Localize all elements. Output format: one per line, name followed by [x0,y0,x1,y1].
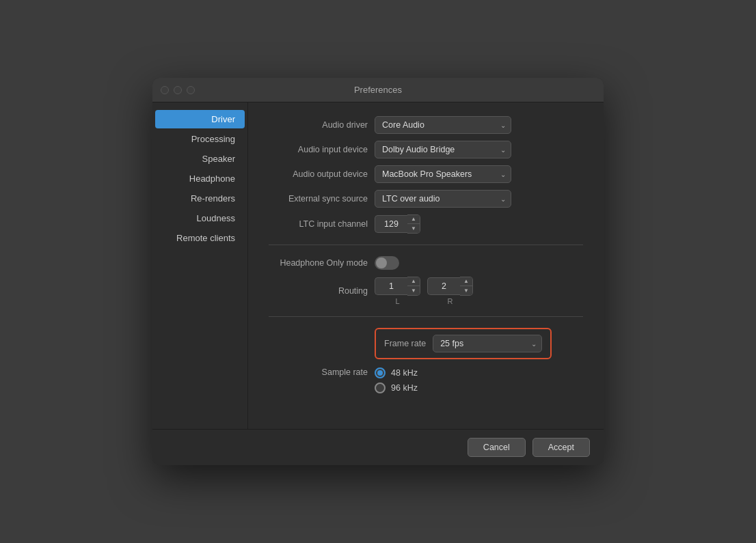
accept-button[interactable]: Accept [532,438,590,457]
routing-l-increment[interactable]: ▲ [407,277,420,286]
external-sync-row: External sync source LTC over audio ⌄ [269,190,583,208]
sidebar-item-remote-clients[interactable]: Remote clients [155,229,245,247]
routing-channel-r: ▲ ▼ R [427,277,473,305]
audio-output-label: Audio output device [269,169,368,179]
routing-channel-l: ▲ ▼ L [375,277,420,305]
sample-rate-48-label: 48 kHz [391,368,418,378]
audio-output-select[interactable]: MacBook Pro Speakers [375,165,511,183]
frame-rate-select[interactable]: 25 fps [433,335,542,352]
sidebar-item-processing[interactable]: Processing [155,130,245,148]
ltc-increment-button[interactable]: ▲ [407,215,420,224]
maximize-button[interactable] [187,86,195,94]
routing-r-buttons: ▲ ▼ [460,277,473,296]
sample-rate-96-radio[interactable] [375,382,386,393]
main-content: Audio driver Core Audio ⌄ Audio input de… [248,102,604,429]
sidebar: Driver Processing Speaker Headphone Re-r… [152,102,248,429]
traffic-lights [161,86,195,94]
rate-section: Frame rate 25 fps ⌄ Sample rate [269,328,583,404]
titlebar: Preferences [152,78,604,102]
audio-input-select-wrap: Dolby Audio Bridge ⌄ [375,141,511,158]
sidebar-item-headphone[interactable]: Headphone [155,169,245,188]
sample-rate-96-row: 96 kHz [375,382,583,393]
routing-control: ▲ ▼ L ▲ [375,277,583,305]
routing-l-label: L [395,297,399,305]
audio-input-row: Audio input device Dolby Audio Bridge ⌄ [269,141,583,158]
routing-group: ▲ ▼ L ▲ [375,277,583,305]
sidebar-item-loudness[interactable]: Loudness [155,209,245,227]
audio-driver-label: Audio driver [269,120,368,130]
audio-driver-select-wrap: Core Audio ⌄ [375,116,511,134]
sample-rate-48-row: 48 kHz [375,367,583,378]
headphone-only-row: Headphone Only mode [269,256,583,270]
radio-selected-dot [377,370,383,376]
sidebar-item-driver[interactable]: Driver [155,110,245,128]
routing-r-label: R [448,297,453,305]
ltc-channel-label: LTC input channel [269,219,368,229]
routing-l-input[interactable] [375,277,407,295]
external-sync-select[interactable]: LTC over audio [375,190,511,208]
frame-rate-highlight-box: Frame rate 25 fps ⌄ [375,328,552,359]
cancel-button[interactable]: Cancel [468,438,526,457]
minimize-button[interactable] [174,86,182,94]
audio-driver-control: Core Audio ⌄ [375,116,583,134]
sample-rate-control: 48 kHz 96 kHz [375,367,583,393]
sidebar-item-re-renders[interactable]: Re-renders [155,189,245,208]
sample-rate-row: Sample rate 48 kHz 96 kHz [269,367,583,393]
headphone-only-control [375,256,583,270]
ltc-channel-input[interactable] [375,215,407,233]
ltc-channel-control: ▲ ▼ [375,214,583,234]
headphone-only-label: Headphone Only mode [269,258,368,268]
close-button[interactable] [161,86,169,94]
audio-driver-row: Audio driver Core Audio ⌄ [269,116,583,134]
sample-rate-48-radio[interactable] [375,367,386,378]
audio-output-select-wrap: MacBook Pro Speakers ⌄ [375,165,511,183]
content-area: Driver Processing Speaker Headphone Re-r… [152,102,604,429]
audio-output-row: Audio output device MacBook Pro Speakers… [269,165,583,183]
ltc-spinner: ▲ ▼ [375,214,583,234]
routing-r-decrement[interactable]: ▼ [460,286,472,295]
headphone-routing-section: Headphone Only mode Routing [269,256,583,317]
audio-settings-section: Audio driver Core Audio ⌄ Audio input de… [269,116,583,245]
frame-rate-row: Frame rate 25 fps ⌄ [269,328,583,359]
footer: Cancel Accept [152,429,604,465]
external-sync-label: External sync source [269,194,368,204]
toggle-knob [376,257,387,268]
sample-rate-label: Sample rate [269,367,368,377]
routing-l-decrement[interactable]: ▼ [407,286,420,295]
frame-rate-select-wrap: 25 fps ⌄ [433,335,542,352]
frame-rate-label: Frame rate [384,339,426,348]
sample-rate-radio-group: 48 kHz 96 kHz [375,367,583,393]
audio-output-control: MacBook Pro Speakers ⌄ [375,165,583,183]
window-title: Preferences [354,85,402,95]
routing-label: Routing [269,286,368,296]
routing-r-increment[interactable]: ▲ [460,277,472,286]
routing-r-spinner: ▲ ▼ [427,277,473,296]
external-sync-select-wrap: LTC over audio ⌄ [375,190,511,208]
ltc-spinner-buttons: ▲ ▼ [407,214,420,234]
external-sync-control: LTC over audio ⌄ [375,190,583,208]
sample-rate-96-label: 96 kHz [391,383,418,393]
audio-input-select[interactable]: Dolby Audio Bridge [375,141,511,158]
headphone-only-toggle[interactable] [375,256,399,270]
audio-input-label: Audio input device [269,145,368,154]
routing-r-input[interactable] [427,277,460,295]
sidebar-item-speaker[interactable]: Speaker [155,150,245,168]
ltc-channel-row: LTC input channel ▲ ▼ [269,214,583,234]
audio-input-control: Dolby Audio Bridge ⌄ [375,141,583,158]
audio-driver-select[interactable]: Core Audio [375,116,511,134]
ltc-decrement-button[interactable]: ▼ [407,224,420,233]
routing-l-buttons: ▲ ▼ [407,277,420,296]
routing-row: Routing ▲ ▼ L [269,277,583,305]
routing-l-spinner: ▲ ▼ [375,277,420,296]
preferences-window: Preferences Driver Processing Speaker He… [152,78,604,465]
